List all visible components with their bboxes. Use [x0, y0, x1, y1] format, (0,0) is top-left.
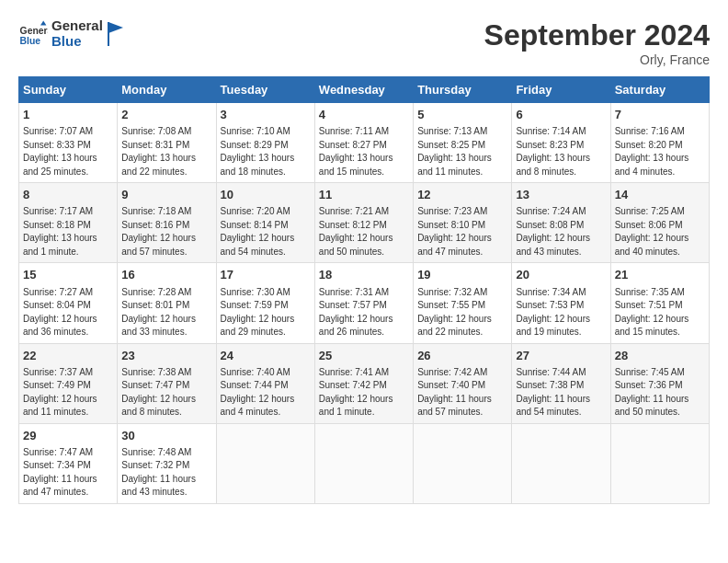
calendar-cell: 24Sunrise: 7:40 AM Sunset: 7:44 PM Dayli… — [216, 343, 314, 423]
calendar-cell: 19Sunrise: 7:32 AM Sunset: 7:55 PM Dayli… — [414, 263, 512, 343]
calendar-cell: 18Sunrise: 7:31 AM Sunset: 7:57 PM Dayli… — [314, 263, 413, 343]
calendar-cell: 15Sunrise: 7:27 AM Sunset: 8:04 PM Dayli… — [19, 263, 118, 343]
day-info: Sunrise: 7:13 AM Sunset: 8:25 PM Dayligh… — [417, 125, 507, 178]
calendar-week-row: 22Sunrise: 7:37 AM Sunset: 7:49 PM Dayli… — [19, 343, 710, 423]
day-info: Sunrise: 7:45 AM Sunset: 7:36 PM Dayligh… — [615, 366, 705, 419]
calendar-cell — [610, 423, 709, 503]
day-number: 25 — [319, 348, 409, 364]
day-info: Sunrise: 7:38 AM Sunset: 7:47 PM Dayligh… — [121, 366, 211, 419]
day-info: Sunrise: 7:07 AM Sunset: 8:33 PM Dayligh… — [23, 125, 113, 178]
day-info: Sunrise: 7:47 AM Sunset: 7:34 PM Dayligh… — [23, 446, 113, 500]
calendar-cell: 2Sunrise: 7:08 AM Sunset: 8:31 PM Daylig… — [118, 103, 216, 183]
day-number: 8 — [23, 187, 113, 203]
header-thursday: Thursday — [414, 77, 512, 103]
day-info: Sunrise: 7:08 AM Sunset: 8:31 PM Dayligh… — [121, 125, 211, 178]
calendar-cell: 29Sunrise: 7:47 AM Sunset: 7:34 PM Dayli… — [19, 423, 118, 503]
calendar-cell: 28Sunrise: 7:45 AM Sunset: 7:36 PM Dayli… — [610, 343, 709, 423]
day-number: 29 — [23, 428, 113, 444]
calendar-cell: 1Sunrise: 7:07 AM Sunset: 8:33 PM Daylig… — [19, 103, 118, 183]
calendar-cell: 23Sunrise: 7:38 AM Sunset: 7:47 PM Dayli… — [118, 343, 216, 423]
logo-icon: General Blue — [18, 19, 48, 49]
day-number: 3 — [221, 107, 311, 123]
header-monday: Monday — [118, 77, 216, 103]
day-info: Sunrise: 7:30 AM Sunset: 7:59 PM Dayligh… — [221, 286, 311, 339]
location-subtitle: Orly, France — [484, 52, 710, 67]
calendar-header-row: SundayMondayTuesdayWednesdayThursdayFrid… — [19, 77, 710, 103]
logo-blue: Blue — [51, 34, 103, 50]
header-sunday: Sunday — [19, 77, 118, 103]
day-number: 21 — [615, 267, 705, 283]
calendar-cell: 3Sunrise: 7:10 AM Sunset: 8:29 PM Daylig… — [216, 103, 314, 183]
header-wednesday: Wednesday — [314, 77, 413, 103]
calendar-cell — [216, 423, 314, 503]
day-number: 9 — [121, 187, 211, 203]
day-number: 23 — [121, 348, 211, 364]
title-block: September 2024 Orly, France — [484, 18, 710, 67]
calendar-cell: 17Sunrise: 7:30 AM Sunset: 7:59 PM Dayli… — [216, 263, 314, 343]
calendar-cell — [314, 423, 413, 503]
calendar-cell: 16Sunrise: 7:28 AM Sunset: 8:01 PM Dayli… — [118, 263, 216, 343]
day-number: 11 — [319, 187, 409, 203]
day-number: 27 — [516, 348, 606, 364]
day-number: 6 — [516, 107, 606, 123]
calendar-cell: 5Sunrise: 7:13 AM Sunset: 8:25 PM Daylig… — [414, 103, 512, 183]
day-info: Sunrise: 7:18 AM Sunset: 8:16 PM Dayligh… — [121, 205, 211, 259]
calendar-cell: 12Sunrise: 7:23 AM Sunset: 8:10 PM Dayli… — [414, 183, 512, 263]
day-number: 5 — [417, 107, 507, 123]
calendar-cell: 13Sunrise: 7:24 AM Sunset: 8:08 PM Dayli… — [512, 183, 610, 263]
month-year-title: September 2024 — [484, 18, 710, 52]
day-info: Sunrise: 7:40 AM Sunset: 7:44 PM Dayligh… — [221, 366, 311, 419]
day-info: Sunrise: 7:24 AM Sunset: 8:08 PM Dayligh… — [516, 205, 606, 259]
calendar-cell: 8Sunrise: 7:17 AM Sunset: 8:18 PM Daylig… — [19, 183, 118, 263]
calendar-cell: 30Sunrise: 7:48 AM Sunset: 7:32 PM Dayli… — [118, 423, 216, 503]
day-info: Sunrise: 7:23 AM Sunset: 8:10 PM Dayligh… — [417, 205, 507, 259]
day-number: 28 — [615, 348, 705, 364]
day-info: Sunrise: 7:31 AM Sunset: 7:57 PM Dayligh… — [319, 286, 409, 339]
day-info: Sunrise: 7:32 AM Sunset: 7:55 PM Dayligh… — [417, 286, 507, 339]
calendar-cell: 10Sunrise: 7:20 AM Sunset: 8:14 PM Dayli… — [216, 183, 314, 263]
calendar-cell: 27Sunrise: 7:44 AM Sunset: 7:38 PM Dayli… — [512, 343, 610, 423]
day-info: Sunrise: 7:25 AM Sunset: 8:06 PM Dayligh… — [615, 205, 705, 259]
logo-general: General — [51, 18, 103, 34]
day-number: 16 — [121, 267, 211, 283]
day-info: Sunrise: 7:37 AM Sunset: 7:49 PM Dayligh… — [23, 366, 113, 419]
calendar-cell: 20Sunrise: 7:34 AM Sunset: 7:53 PM Dayli… — [512, 263, 610, 343]
logo-flag-icon — [107, 20, 125, 48]
day-number: 1 — [23, 107, 113, 123]
header-friday: Friday — [512, 77, 610, 103]
day-number: 14 — [615, 187, 705, 203]
svg-text:General: General — [20, 26, 48, 36]
day-info: Sunrise: 7:34 AM Sunset: 7:53 PM Dayligh… — [516, 286, 606, 339]
calendar-cell: 11Sunrise: 7:21 AM Sunset: 8:12 PM Dayli… — [314, 183, 413, 263]
day-number: 4 — [319, 107, 409, 123]
day-number: 24 — [221, 348, 311, 364]
day-info: Sunrise: 7:11 AM Sunset: 8:27 PM Dayligh… — [319, 125, 409, 178]
day-number: 30 — [121, 428, 211, 444]
calendar-cell: 26Sunrise: 7:42 AM Sunset: 7:40 PM Dayli… — [414, 343, 512, 423]
day-info: Sunrise: 7:21 AM Sunset: 8:12 PM Dayligh… — [319, 205, 409, 259]
day-info: Sunrise: 7:16 AM Sunset: 8:20 PM Dayligh… — [615, 125, 705, 178]
day-info: Sunrise: 7:42 AM Sunset: 7:40 PM Dayligh… — [417, 366, 507, 419]
day-info: Sunrise: 7:20 AM Sunset: 8:14 PM Dayligh… — [221, 205, 311, 259]
day-info: Sunrise: 7:14 AM Sunset: 8:23 PM Dayligh… — [516, 125, 606, 178]
calendar-week-row: 8Sunrise: 7:17 AM Sunset: 8:18 PM Daylig… — [19, 183, 710, 263]
day-number: 20 — [516, 267, 606, 283]
calendar-cell — [512, 423, 610, 503]
calendar-week-row: 1Sunrise: 7:07 AM Sunset: 8:33 PM Daylig… — [19, 103, 710, 183]
day-number: 2 — [121, 107, 211, 123]
calendar-cell: 4Sunrise: 7:11 AM Sunset: 8:27 PM Daylig… — [314, 103, 413, 183]
calendar-cell: 6Sunrise: 7:14 AM Sunset: 8:23 PM Daylig… — [512, 103, 610, 183]
calendar-cell: 14Sunrise: 7:25 AM Sunset: 8:06 PM Dayli… — [610, 183, 709, 263]
day-number: 26 — [417, 348, 507, 364]
day-info: Sunrise: 7:44 AM Sunset: 7:38 PM Dayligh… — [516, 366, 606, 419]
page-header: General Blue General Blue September 2024… — [18, 18, 710, 67]
svg-text:Blue: Blue — [20, 36, 41, 46]
day-info: Sunrise: 7:48 AM Sunset: 7:32 PM Dayligh… — [121, 446, 211, 500]
day-number: 17 — [221, 267, 311, 283]
day-number: 13 — [516, 187, 606, 203]
svg-marker-2 — [40, 20, 46, 25]
calendar-cell: 9Sunrise: 7:18 AM Sunset: 8:16 PM Daylig… — [118, 183, 216, 263]
calendar-cell: 25Sunrise: 7:41 AM Sunset: 7:42 PM Dayli… — [314, 343, 413, 423]
calendar-cell: 22Sunrise: 7:37 AM Sunset: 7:49 PM Dayli… — [19, 343, 118, 423]
day-info: Sunrise: 7:10 AM Sunset: 8:29 PM Dayligh… — [221, 125, 311, 178]
